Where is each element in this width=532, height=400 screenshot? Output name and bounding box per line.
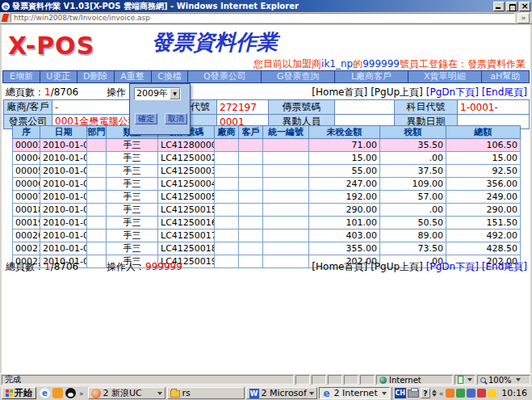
end-page-link[interactable]: [End尾頁]: [482, 261, 527, 272]
cell-total: 492.00: [446, 229, 521, 242]
cell-tax_id: [263, 242, 309, 255]
chevron-down-icon[interactable]: ▼: [170, 88, 180, 99]
cell-vendor: [215, 204, 239, 217]
cell-total: 151.50: [446, 217, 521, 229]
vendor-customer-field[interactable]: -: [52, 100, 132, 115]
table-row[interactable]: 000192010-01-01手三LC41250016101.0050.5015…: [13, 217, 521, 229]
protected-mode-indicator[interactable]: [455, 375, 475, 385]
globe-icon: [379, 377, 387, 384]
task-label: 2 Microsoft Off...: [262, 388, 307, 398]
cell-tax_id: [263, 139, 309, 152]
browser-viewport: X-POS 發票資料作業 您目前以加盟商ik1_np的999999號員工登錄在：…: [2, 25, 530, 373]
menu-help-button[interactable]: aH幫助: [482, 71, 529, 82]
windows-logo-icon: [6, 389, 13, 397]
menu-invoice-query-button[interactable]: G發票查詢: [262, 71, 334, 82]
menu-vendor-customer-button[interactable]: L廠商客戶: [335, 71, 408, 82]
task-folder-rs[interactable]: rs: [167, 387, 245, 399]
cell-vendor: [215, 139, 239, 152]
table-row[interactable]: 000062010-01-01手三LC41250004247.00109.003…: [13, 178, 521, 191]
cell-date: 2010-01-01: [40, 191, 87, 204]
cell-vendor: [215, 152, 239, 165]
zoom-control[interactable]: 100%: [477, 375, 530, 385]
cell-tax: 50.50: [380, 217, 446, 229]
quick-launch: e »: [38, 388, 86, 398]
operator-label: 操作: [107, 86, 126, 99]
table-row[interactable]: 000202010-01-01手三LC41250017403.0089.0049…: [13, 229, 521, 242]
menu-switch-button[interactable]: C換檔: [152, 71, 188, 82]
restore-button[interactable]: [506, 2, 517, 11]
menu-invoice-company-button[interactable]: Q發票公司: [188, 71, 261, 82]
tray-expand-icon[interactable]: [432, 389, 437, 397]
year-select[interactable]: 2009年 ▼: [134, 87, 181, 100]
pgup-link[interactable]: [PgUp上頁]: [371, 86, 423, 98]
dropdown-arrow-icon: [467, 378, 472, 381]
messenger-quicklaunch-icon[interactable]: [52, 388, 63, 398]
cell-seq: 00006: [13, 178, 40, 191]
cell-tax: 35.50: [380, 139, 446, 152]
zone-text: Internet: [389, 376, 421, 385]
status-text: 完成: [5, 374, 21, 385]
cell-type: 手三: [107, 152, 158, 165]
menu-shipment-detail-button[interactable]: X貨單明細: [408, 71, 481, 82]
header-untaxed: 未稅金額: [309, 126, 380, 139]
task-internet-explorer[interactable]: e 2 Internet Expl...: [319, 387, 390, 399]
doc-code-field[interactable]: 272197: [217, 100, 269, 115]
cancel-button[interactable]: 取消: [165, 113, 187, 124]
url-field[interactable]: http://win2008/tw/Invoice/invoice.asp: [10, 13, 515, 23]
cell-total: 15.00: [446, 152, 521, 165]
tray-collapse[interactable]: «: [438, 389, 445, 398]
header-date: 日期: [40, 126, 87, 139]
close-button[interactable]: [519, 2, 530, 11]
go-button[interactable]: »: [517, 13, 530, 23]
start-button[interactable]: 开始: [2, 387, 36, 399]
task-microsoft-office[interactable]: W 2 Microsoft Off...: [246, 387, 317, 399]
language-indicator[interactable]: CH: [395, 388, 406, 398]
page-zone-icon: [458, 376, 463, 384]
tray-app-icon-2[interactable]: [456, 389, 465, 398]
printer-icon[interactable]: [408, 389, 419, 398]
menu-refresh-button[interactable]: A重整: [115, 71, 151, 82]
cell-vendor: [215, 165, 239, 178]
minimize-button[interactable]: [493, 2, 505, 11]
ie-quicklaunch-icon[interactable]: e: [40, 388, 50, 398]
cell-tax_id: [263, 217, 309, 229]
table-row[interactable]: 000072010-01-01手三LC41250005192.0057.0024…: [13, 191, 521, 204]
home-page-link[interactable]: [Home首頁]: [312, 86, 367, 98]
menu-delete-button[interactable]: D刪除: [77, 71, 114, 82]
menu-add-button[interactable]: E增新: [3, 71, 40, 82]
cell-tax_id: [263, 191, 309, 204]
quick-launch-overflow[interactable]: »: [78, 389, 85, 398]
tray-app-icon-1[interactable]: [446, 389, 455, 398]
pgdn-link[interactable]: [PgDn下頁]: [426, 86, 479, 98]
window-title: 發票資料作業 V1.03[X-POS 雲端商務網] - Windows Inte…: [12, 1, 492, 12]
confirm-button[interactable]: 確定: [135, 113, 157, 124]
cell-customer: [239, 178, 263, 191]
account-code-field[interactable]: 1-0001-: [458, 100, 530, 115]
address-bar: http://win2008/tw/Invoice/invoice.asp »: [0, 12, 532, 24]
table-row[interactable]: 000032010-01-01手三LC4128000071.0035.50106…: [13, 139, 521, 152]
taskbar: 开始 e » 2 新浪UC rs W 2 Microsoft Off... e …: [0, 385, 532, 400]
pgup-link[interactable]: [PgUp上頁]: [371, 261, 423, 272]
cell-customer: [239, 165, 263, 178]
help-tray-button[interactable]: ?: [421, 388, 430, 398]
cell-date: 2010-01-01: [40, 229, 87, 242]
table-row[interactable]: 000212010-01-01手三LC41250018355.0073.5042…: [13, 242, 521, 255]
table-row[interactable]: 000042010-01-01手三LC4125000215.00.0015.00: [13, 152, 521, 165]
tray-app-icon-4[interactable]: [477, 389, 486, 398]
table-row[interactable]: 000052010-01-01手三LC4125000355.0037.5092.…: [13, 165, 521, 178]
menu-update-button[interactable]: U更正: [40, 71, 77, 82]
status-segment: [312, 375, 326, 385]
task-sina-uc[interactable]: 2 新浪UC: [88, 387, 165, 399]
pgdn-link[interactable]: [PgDn下頁]: [426, 261, 479, 272]
table-row[interactable]: 000182010-01-01手三LC41250015290.00.00290.…: [13, 204, 521, 217]
cell-date: 2010-01-01: [40, 204, 87, 217]
home-page-link[interactable]: [Home首頁]: [312, 261, 367, 272]
tray-app-icon-3[interactable]: [467, 389, 475, 398]
cell-seq: 00019: [13, 217, 40, 229]
voucher-no-field[interactable]: [335, 100, 395, 115]
umbrella-tray-icon[interactable]: [488, 389, 496, 398]
end-page-link[interactable]: [End尾頁]: [482, 86, 527, 98]
qq-quicklaunch-icon[interactable]: [65, 388, 76, 398]
status-segment: [295, 375, 310, 385]
cell-invoice_no: LC41250002: [158, 152, 215, 165]
